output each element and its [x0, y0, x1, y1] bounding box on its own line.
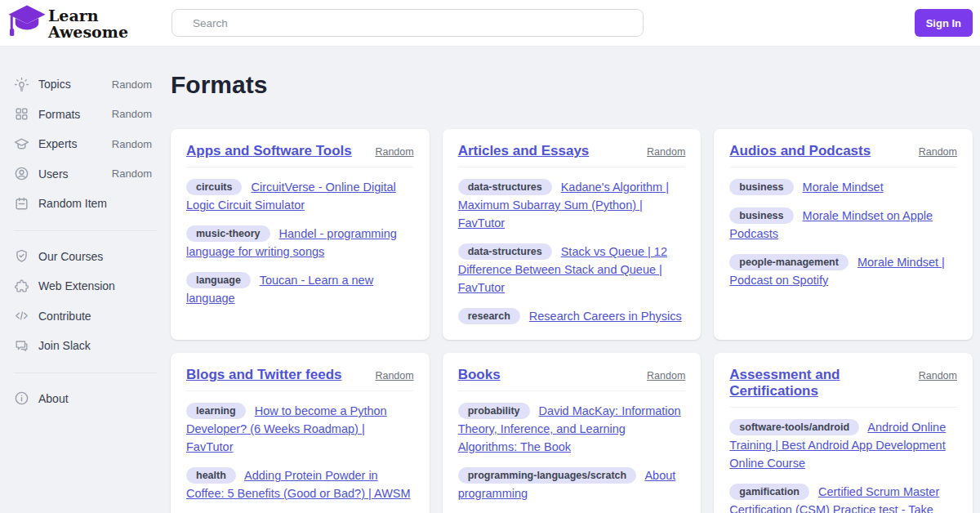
card-divider [729, 407, 957, 408]
format-card: Assessment and Certifications Random sof… [714, 353, 973, 513]
card-items: business Morale Mindset business Morale … [729, 178, 957, 289]
sign-in-button[interactable]: Sign In [915, 9, 973, 37]
list-item: gamification Certified Scrum Master Cert… [729, 483, 957, 513]
card-items: software-tools/android Android Online Tr… [729, 418, 957, 513]
sidebar-item-users[interactable]: Users Random [0, 159, 171, 190]
card-random-link[interactable]: Random [375, 370, 413, 381]
sidebar-divider [14, 372, 157, 373]
sidebar-item-label: Web Extension [38, 279, 115, 292]
item-tag[interactable]: probability [458, 403, 530, 419]
sidebar-item-label: Join Slack [38, 339, 91, 352]
card-header: Books Random [458, 367, 686, 383]
sidebar-item-label: Contribute [38, 310, 91, 323]
sidebar-item-formats[interactable]: Formats Random [0, 100, 171, 130]
sidebar-item-our-courses[interactable]: Our Courses [0, 242, 171, 272]
list-item: data-structures Stack vs Queue | 12 Diff… [458, 243, 686, 297]
card-header: Blogs and Twitter feeds Random [186, 367, 414, 383]
item-tag[interactable]: circuits [186, 179, 242, 195]
list-item: programming-languages/scratch About prog… [458, 466, 686, 502]
sidebar-item-label: Users [38, 167, 69, 181]
card-random-link[interactable]: Random [919, 370, 957, 381]
sidebar-random-link-formats[interactable]: Random [112, 108, 152, 120]
item-tag[interactable]: software-tools/android [729, 419, 859, 435]
graduation-cap-icon [14, 136, 29, 152]
sidebar-random-link-experts[interactable]: Random [112, 138, 152, 150]
list-item: data-structures Kadane's Algorithm | Max… [458, 178, 686, 232]
puzzle-icon [14, 279, 29, 294]
lightbulb-icon [14, 77, 29, 92]
item-tag[interactable]: research [458, 308, 520, 324]
format-card: Blogs and Twitter feeds Random learning … [171, 353, 430, 513]
card-title-link[interactable]: Articles and Essays [458, 143, 590, 159]
sidebar-item-contribute[interactable]: Contribute [0, 301, 171, 332]
item-tag[interactable]: data-structures [458, 243, 552, 260]
card-title-link[interactable]: Apps and Software Tools [186, 143, 352, 159]
sidebar-item-label: Experts [38, 137, 77, 150]
item-tag[interactable]: health [186, 467, 236, 484]
sidebar-random-link-users[interactable]: Random [112, 167, 152, 180]
card-divider [458, 167, 686, 167]
card-title-link[interactable]: Audios and Podcasts [729, 143, 871, 159]
item-link[interactable]: Research Careers in Physics [529, 310, 682, 323]
card-divider [729, 167, 957, 167]
sidebar-item-about[interactable]: About [0, 384, 171, 414]
item-tag[interactable]: language [186, 272, 251, 288]
card-items: probability David MacKay: Information Th… [458, 402, 686, 513]
list-item: business Morale Mindset on Apple Podcast… [729, 207, 957, 243]
item-tag[interactable]: programming-languages/scratch [458, 467, 637, 484]
chat-icon [14, 338, 29, 354]
sidebar-item-experts[interactable]: Experts Random [0, 129, 171, 159]
card-divider [458, 390, 686, 391]
sidebar-item-label: About [38, 392, 69, 405]
item-tag[interactable]: people-management [729, 254, 849, 270]
list-item: language Toucan - Learn a new language [186, 271, 414, 307]
item-tag[interactable]: music-theory [186, 225, 270, 242]
code-icon [14, 308, 29, 323]
card-divider [186, 167, 414, 167]
list-item: software-tools/android Android Online Tr… [729, 418, 957, 472]
card-random-link[interactable]: Random [919, 146, 957, 158]
format-card: Articles and Essays Random data-structur… [443, 129, 702, 340]
page-title: Formats [171, 69, 973, 100]
list-item: health Adding Protein Powder in Coffee: … [186, 466, 414, 502]
card-random-link[interactable]: Random [647, 370, 685, 381]
format-card: Apps and Software Tools Random circuits … [171, 129, 430, 340]
list-item: business Morale Mindset [729, 178, 957, 196]
item-tag[interactable]: business [729, 179, 793, 195]
card-items: data-structures Kadane's Algorithm | Max… [458, 178, 686, 325]
shield-check-icon [14, 248, 29, 264]
card-title-link[interactable]: Blogs and Twitter feeds [186, 367, 342, 383]
sidebar-random-link-topics[interactable]: Random [112, 78, 152, 91]
item-tag[interactable]: data-structures [458, 179, 552, 195]
card-title-link[interactable]: Books [458, 367, 501, 383]
item-tag[interactable]: gamification [729, 484, 809, 500]
sidebar-item-web-extension[interactable]: Web Extension [0, 271, 171, 301]
search-input[interactable] [172, 9, 644, 37]
format-card: Audios and Podcasts Random business Mora… [714, 129, 973, 340]
sidebar-item-label: Our Courses [38, 250, 103, 263]
card-title-link[interactable]: Assessment and Certifications [729, 367, 911, 399]
item-tag[interactable]: learning [186, 403, 246, 419]
sidebar-item-join-slack[interactable]: Join Slack [0, 331, 171, 361]
card-header: Audios and Podcasts Random [729, 143, 957, 159]
sidebar-item-topics[interactable]: Topics Random [0, 69, 171, 100]
sidebar-item-random-item[interactable]: Random Item [0, 189, 171, 219]
format-card: Books Random probability David MacKay: I… [443, 353, 702, 513]
item-link[interactable]: Morale Mindset [803, 181, 884, 194]
cards-grid: Apps and Software Tools Random circuits … [171, 129, 973, 513]
sidebar-item-label: Random Item [38, 197, 107, 210]
info-icon [14, 390, 29, 406]
logo[interactable]: Learn Awesome [0, 2, 172, 43]
sidebar-item-label: Topics [38, 78, 71, 91]
item-tag[interactable]: business [729, 207, 793, 224]
card-random-link[interactable]: Random [647, 146, 685, 158]
user-circle-icon [14, 166, 29, 181]
graduation-cap-logo-icon [7, 2, 47, 43]
list-item: people-management Morale Mindset | Podca… [729, 253, 957, 289]
card-items: learning How to become a Python Develope… [186, 402, 414, 513]
card-header: Apps and Software Tools Random [186, 143, 414, 159]
list-item: research Research Careers in Physics [458, 307, 686, 325]
card-random-link[interactable]: Random [375, 146, 413, 158]
list-item: circuits CircuitVerse - Online Digital L… [186, 178, 414, 214]
sidebar: Topics Random Formats Random [0, 47, 171, 513]
